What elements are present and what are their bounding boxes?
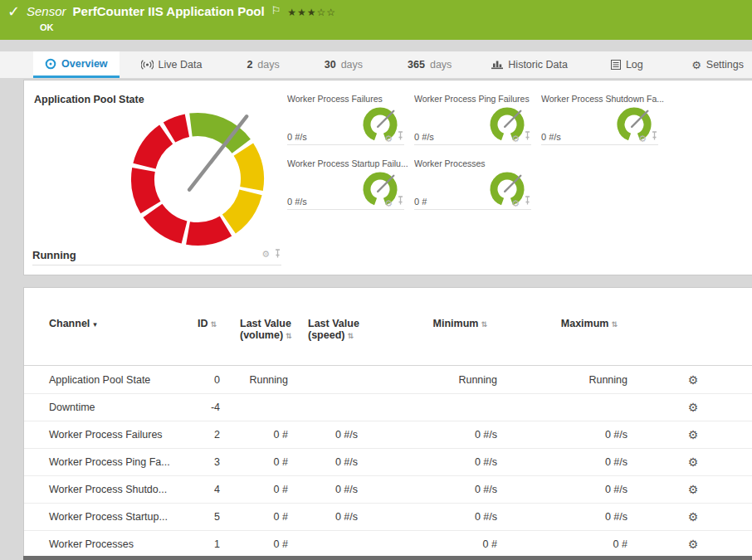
mini-gauge-tile: Worker Process Failures 0 #/s ⚙ <box>287 94 414 158</box>
channel-last-value-volume: 0 # <box>227 429 295 441</box>
channels-table-panel: Channel▾ ID⇅ Last Value (volume)⇅ Last V… <box>23 287 752 560</box>
mini-gauge-title: Worker Process Shutdown Fa... <box>541 94 668 104</box>
column-header-maximum[interactable]: Maximum⇅ <box>504 318 634 342</box>
gauge-settings-icon[interactable]: ⚙ <box>384 199 393 208</box>
channel-settings-icon[interactable]: ⚙ <box>688 455 699 469</box>
sort-icon: ⇅ <box>481 320 487 329</box>
tab-30-days[interactable]: 30 days <box>313 51 374 78</box>
channel-name[interactable]: Worker Process Ping Fa... <box>24 456 170 468</box>
column-header-last-value-speed[interactable]: Last Value (speed)⇅ <box>295 318 364 342</box>
gauge-settings-icon[interactable]: ⚙ <box>638 134 647 144</box>
tab-live-data[interactable]: Live Data <box>129 51 214 78</box>
channel-id: 5 <box>170 511 227 523</box>
flag-icon[interactable]: ⚐ <box>271 4 281 17</box>
page-title: PerfCounter IIS Application Pool <box>73 4 265 18</box>
table-row[interactable]: Worker Process Startup... 5 0 # 0 #/s 0 … <box>24 504 752 531</box>
tab-2-days-number: 2 <box>247 59 252 71</box>
gauge-settings-icon[interactable]: ⚙ <box>511 134 520 144</box>
mini-gauge-footer: ⚙ <box>287 129 404 145</box>
column-header-channel[interactable]: Channel▾ <box>24 318 170 342</box>
channel-last-value-volume: 0 # <box>227 511 295 523</box>
tab-bar: Overview Live Data 2 days 30 days 365 da… <box>0 51 752 78</box>
channel-minimum: Running <box>364 374 504 386</box>
live-data-icon <box>141 60 154 70</box>
pin-icon[interactable] <box>397 129 404 144</box>
channel-minimum: 0 #/s <box>364 484 504 495</box>
tab-settings-label: Settings <box>706 59 744 71</box>
tab-30-days-label: days <box>341 59 363 71</box>
mini-gauge-tile: Worker Process Shutdown Fa... 0 #/s ⚙ <box>541 94 668 158</box>
table-row[interactable]: Application Pool State 0 Running Running… <box>24 367 752 394</box>
channel-minimum: 0 #/s <box>364 511 504 523</box>
table-row[interactable]: Downtime -4 ⚙ <box>24 394 752 421</box>
gauge-settings-icon[interactable]: ⚙ <box>511 199 520 208</box>
overview-panel: Application Pool State Running ⚙ Worker … <box>23 80 752 275</box>
channel-name[interactable]: Worker Process Startup... <box>24 511 170 523</box>
overview-icon <box>45 58 56 70</box>
channel-maximum: 0 #/s <box>504 456 634 468</box>
mini-gauge-footer: ⚙ <box>287 193 404 210</box>
channel-last-value-speed: 0 #/s <box>295 484 364 495</box>
channel-settings-icon[interactable]: ⚙ <box>688 510 699 523</box>
channel-last-value-speed: 0 #/s <box>295 511 364 523</box>
channel-last-value-volume: 0 # <box>227 484 295 495</box>
tab-historic-data[interactable]: Historic Data <box>480 51 579 78</box>
channel-id: 4 <box>170 484 227 495</box>
column-header-id[interactable]: ID⇅ <box>170 318 227 342</box>
tab-overview[interactable]: Overview <box>33 51 120 78</box>
channel-maximum: 0 #/s <box>504 511 634 523</box>
pin-icon[interactable] <box>274 246 281 261</box>
table-row[interactable]: Worker Process Shutdo... 4 0 # 0 #/s 0 #… <box>24 476 752 504</box>
channel-name[interactable]: Worker Process Shutdo... <box>24 484 170 495</box>
mini-gauges-grid: Worker Process Failures 0 #/s ⚙ Worker P… <box>287 94 677 223</box>
tab-historic-data-label: Historic Data <box>508 59 568 71</box>
sort-icon: ⇅ <box>210 320 217 329</box>
tab-2-days[interactable]: 2 days <box>235 51 291 78</box>
channel-minimum: 0 #/s <box>364 429 504 441</box>
channel-settings-icon[interactable]: ⚙ <box>688 401 699 414</box>
channel-settings-icon[interactable]: ⚙ <box>688 483 699 496</box>
tab-30-days-number: 30 <box>325 59 336 71</box>
mini-gauge-footer: ⚙ <box>414 129 531 145</box>
tab-log-label: Log <box>626 59 643 71</box>
channel-last-value-speed: 0 #/s <box>295 456 364 468</box>
mini-gauge-title: Worker Process Startup Failu... <box>287 158 414 168</box>
tab-live-data-label: Live Data <box>159 59 203 71</box>
channel-name[interactable]: Downtime <box>24 402 170 413</box>
channel-id: 0 <box>170 374 227 386</box>
tab-365-days-label: days <box>430 59 452 71</box>
table-row[interactable]: Worker Process Failures 2 0 # 0 #/s 0 #/… <box>24 421 752 449</box>
channel-settings-icon[interactable]: ⚙ <box>688 428 699 441</box>
table-row[interactable]: Worker Process Ping Fa... 3 0 # 0 #/s 0 … <box>24 449 752 476</box>
mini-gauge-title: Worker Processes <box>414 158 541 168</box>
channel-name[interactable]: Worker Processes <box>24 538 170 550</box>
log-icon <box>611 60 621 70</box>
channel-maximum: 0 # <box>504 538 634 550</box>
status-check-icon: ✓ <box>7 2 20 21</box>
tab-365-days[interactable]: 365 days <box>396 51 463 78</box>
table-header-row: Channel▾ ID⇅ Last Value (volume)⇅ Last V… <box>24 318 752 366</box>
channel-settings-icon[interactable]: ⚙ <box>688 373 699 387</box>
channel-id: 1 <box>170 538 227 550</box>
channel-minimum: 0 # <box>364 538 504 550</box>
column-header-last-value-volume[interactable]: Last Value (volume)⇅ <box>227 318 295 342</box>
main-gauge-value: Running <box>32 249 76 261</box>
gauge-settings-icon[interactable]: ⚙ <box>384 134 393 144</box>
channel-last-value-volume: 0 # <box>227 538 295 550</box>
tab-365-days-number: 365 <box>408 59 425 71</box>
column-header-minimum[interactable]: Minimum⇅ <box>364 318 504 342</box>
channel-settings-icon[interactable]: ⚙ <box>688 538 699 551</box>
channel-maximum: 0 #/s <box>504 429 634 441</box>
pin-icon[interactable] <box>397 193 404 208</box>
channel-name[interactable]: Worker Process Failures <box>24 429 170 441</box>
tab-log[interactable]: Log <box>599 51 655 78</box>
priority-stars[interactable]: ★★★☆☆ <box>287 7 336 18</box>
bottom-edge-bar <box>23 556 752 560</box>
pin-icon[interactable] <box>651 129 658 144</box>
pin-icon[interactable] <box>524 129 531 144</box>
gauge-settings-icon[interactable]: ⚙ <box>261 250 270 259</box>
channel-name[interactable]: Application Pool State <box>24 374 170 386</box>
table-row[interactable]: Worker Processes 1 0 # 0 # 0 # ⚙ <box>24 531 752 558</box>
pin-icon[interactable] <box>524 193 531 208</box>
tab-settings[interactable]: ⚙ Settings <box>680 51 752 78</box>
